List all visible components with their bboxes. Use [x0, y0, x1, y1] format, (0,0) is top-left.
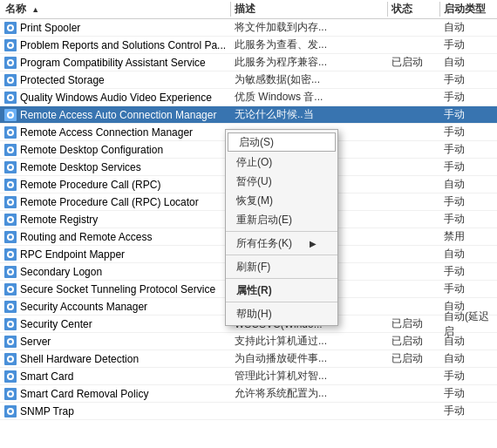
- context-menu-item-3[interactable]: 恢复(M): [226, 191, 337, 210]
- svg-point-41: [9, 253, 12, 256]
- cell-type: 手动: [440, 369, 497, 384]
- cell-name: Security Accounts Manager: [0, 300, 231, 314]
- header-name[interactable]: 名称 ▲: [0, 2, 231, 17]
- cell-name: Smart Card: [0, 370, 231, 384]
- cell-name: Shell Hardware Detection: [0, 352, 231, 366]
- service-icon: [3, 370, 17, 384]
- cell-name: Protected Storage: [0, 73, 231, 87]
- svg-point-14: [9, 96, 12, 99]
- table-row[interactable]: Protected Storage 为敏感数据(如密... 手动: [0, 71, 497, 89]
- cell-name: Routing and Remote Access: [0, 230, 231, 244]
- table-row[interactable]: SNMP Trap 手动: [0, 403, 497, 420]
- cell-type: 手动: [440, 90, 497, 105]
- service-icon: [3, 213, 17, 227]
- cell-status: 已启动: [388, 351, 440, 366]
- service-icon: [3, 335, 17, 349]
- cell-type: 手动: [440, 107, 497, 122]
- table-row[interactable]: Remote Access Auto Connection Manager 无论…: [0, 106, 497, 124]
- table-row[interactable]: Program Compatibility Assistant Service …: [0, 54, 497, 71]
- context-menu-item-6[interactable]: 刷新(F): [226, 257, 337, 276]
- cell-status: 已启动: [388, 334, 440, 349]
- service-icon: [3, 265, 17, 279]
- service-icon: [3, 91, 17, 105]
- submenu-arrow-icon: ▶: [310, 239, 317, 248]
- svg-point-8: [9, 61, 12, 64]
- context-menu-item-start[interactable]: 启动(S): [228, 132, 336, 152]
- service-icon: [3, 73, 17, 87]
- service-icon: [3, 56, 17, 70]
- table-row[interactable]: Quality Windows Audio Video Experience 优…: [0, 89, 497, 106]
- header-desc[interactable]: 描述: [231, 2, 388, 17]
- header-name-label: 名称: [5, 3, 26, 15]
- cell-desc: 优质 Windows 音...: [231, 90, 388, 105]
- cell-type: 自动: [440, 351, 497, 366]
- cell-type: 自动: [440, 247, 497, 261]
- cell-type: 手动: [440, 125, 497, 139]
- context-menu-item-5[interactable]: 所有任务(K)▶: [226, 234, 337, 253]
- context-menu-item-4[interactable]: 重新启动(E): [226, 210, 337, 229]
- service-icon: [3, 21, 17, 35]
- svg-point-23: [9, 148, 12, 152]
- svg-point-47: [9, 288, 12, 291]
- cell-desc: 管理此计算机对智...: [231, 369, 388, 384]
- context-menu-item-2[interactable]: 暂停(U): [226, 172, 337, 191]
- cell-type: 手动: [440, 404, 497, 418]
- table-row[interactable]: Print Spooler 将文件加载到内存... 自动: [0, 19, 497, 37]
- service-icon: [3, 300, 17, 314]
- context-menu-item-8[interactable]: 帮助(H): [226, 304, 337, 323]
- svg-point-20: [9, 131, 12, 134]
- cell-name: Secure Socket Tunneling Protocol Service: [0, 282, 231, 296]
- cell-type: 手动: [440, 212, 497, 227]
- svg-point-59: [9, 357, 12, 361]
- table-row[interactable]: Shell Hardware Detection 为自动播放硬件事... 已启动…: [0, 350, 497, 368]
- cell-name: Remote Registry: [0, 213, 231, 227]
- cell-name: Remote Procedure Call (RPC): [0, 178, 231, 192]
- cell-type: 手动: [440, 282, 497, 296]
- svg-point-68: [9, 410, 12, 413]
- table-row[interactable]: Smart Card Removal Policy 允许将系统配置为... 手动: [0, 385, 497, 403]
- service-icon: [3, 126, 17, 139]
- service-icon: [3, 352, 17, 366]
- cell-desc: 允许将系统配置为...: [231, 386, 388, 401]
- cell-name: Server: [0, 335, 231, 349]
- service-icon: [3, 195, 17, 209]
- cell-type: 手动: [440, 264, 497, 279]
- header-type[interactable]: 启动类型: [440, 2, 497, 17]
- menu-divider: [226, 302, 337, 302]
- context-menu[interactable]: 启动(S)停止(O)暂停(U)恢复(M)重新启动(E)所有任务(K)▶刷新(F)…: [225, 129, 338, 326]
- svg-point-11: [9, 78, 12, 82]
- cell-desc: 无论什么时候..当: [231, 107, 388, 122]
- service-icon: [3, 143, 17, 157]
- header-desc-label: 描述: [235, 3, 255, 15]
- header-status[interactable]: 状态: [388, 2, 440, 17]
- cell-name: Remote Desktop Services: [0, 160, 231, 174]
- svg-point-2: [9, 26, 12, 30]
- svg-point-65: [9, 392, 12, 396]
- cell-name: Problem Reports and Solutions Control Pa…: [0, 38, 231, 52]
- cell-name: SNMP Trap: [0, 404, 231, 418]
- cell-type: 手动: [440, 194, 497, 209]
- table-row[interactable]: Server 支持此计算机通过... 已启动 自动: [0, 333, 497, 350]
- service-icon: [3, 108, 17, 122]
- menu-divider: [226, 255, 337, 255]
- context-menu-item-7[interactable]: 属性(R): [226, 281, 337, 300]
- svg-point-35: [9, 218, 12, 221]
- cell-desc: 为自动播放硬件事...: [231, 351, 388, 366]
- context-menu-item-1[interactable]: 停止(O): [226, 153, 337, 172]
- svg-point-53: [9, 322, 12, 326]
- cell-type: 自动: [440, 55, 497, 70]
- cell-desc: 为敏感数据(如密...: [231, 72, 388, 87]
- table-row[interactable]: Problem Reports and Solutions Control Pa…: [0, 37, 497, 54]
- svg-point-38: [9, 235, 12, 239]
- cell-type: 手动: [440, 142, 497, 157]
- cell-name: Remote Access Auto Connection Manager: [0, 108, 231, 122]
- service-icon: [3, 404, 17, 418]
- cell-name: Security Center: [0, 317, 231, 331]
- table-header: 名称 ▲ 描述 状态 启动类型: [0, 0, 497, 19]
- cell-desc: 将文件加载到内存...: [231, 20, 388, 35]
- service-icon: [3, 387, 17, 401]
- cell-type: 手动: [440, 72, 497, 87]
- cell-type: 手动: [440, 37, 497, 52]
- table-row[interactable]: Smart Card 管理此计算机对智... 手动: [0, 368, 497, 385]
- cell-type: 自动: [440, 20, 497, 35]
